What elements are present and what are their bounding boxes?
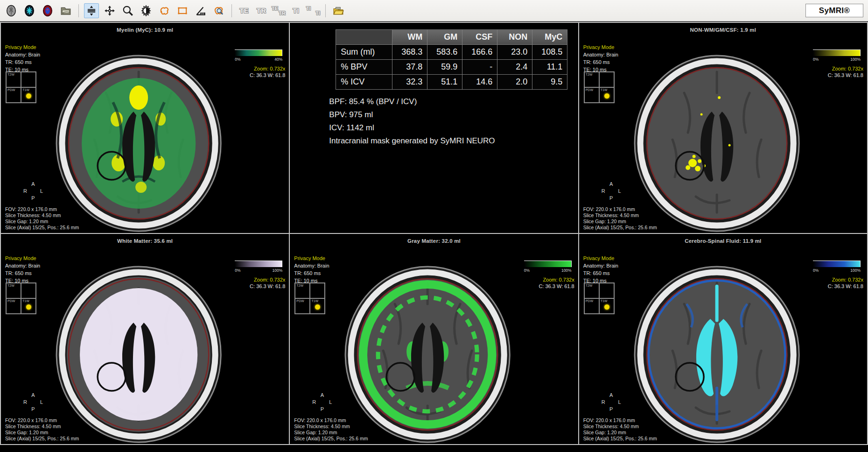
orientation-marker: A RL P: [20, 181, 47, 202]
nav-cell-empty[interactable]: [599, 72, 614, 87]
open-folder-icon[interactable]: [58, 3, 73, 18]
nav-cell-t2w[interactable]: T2W: [6, 72, 21, 87]
sequence-navigator[interactable]: T2W PDW T1W: [294, 282, 325, 314]
scroll-stack-icon[interactable]: [84, 3, 99, 18]
orient-right: R: [312, 399, 316, 406]
roi-magnifier-icon[interactable]: [211, 3, 226, 18]
rectangle-roi-icon[interactable]: [175, 3, 190, 18]
zoom-level-label: Zoom: 0.732x: [543, 277, 574, 282]
ti-button[interactable]: TI: [289, 4, 303, 18]
nav-cell-empty[interactable]: [599, 283, 614, 298]
nav-cell-t1w[interactable]: T1W: [21, 87, 36, 103]
freehand-roi-icon[interactable]: [157, 3, 172, 18]
panel-title: Gray Matter: 32.0 ml: [290, 238, 578, 244]
colorbar-min-label: 0%: [813, 268, 819, 273]
viewport-gray-matter[interactable]: Gray Matter: 32.0 ml 0% 100% Zoom: 0.732…: [290, 234, 578, 444]
colorbar-min-label: 0%: [235, 57, 240, 62]
contrast-window-label: C: 36.3 W: 61.8: [250, 72, 285, 78]
colorbar: 0% 100%: [524, 261, 572, 273]
tr-button[interactable]: TR: [254, 4, 268, 18]
gap-label: Slice Gap: 1.20 mm: [5, 219, 79, 225]
nav-cell-t1w[interactable]: T1W: [599, 298, 614, 314]
nav-cell-t1w[interactable]: T1W: [310, 298, 325, 314]
gap-label: Slice Gap: 1.20 mm: [294, 430, 368, 436]
te-button[interactable]: TE: [237, 4, 251, 18]
angle-measure-icon[interactable]: [193, 3, 208, 18]
colorbar-gradient: [235, 261, 282, 267]
brain-cyan-overlay-icon[interactable]: [22, 3, 37, 18]
orientation-marker: A RL P: [308, 392, 336, 413]
ti-ti-button[interactable]: TI TI: [306, 4, 320, 18]
nav-cell-t1w[interactable]: T1W: [599, 87, 614, 103]
nav-cell-t2w[interactable]: T2W: [6, 283, 21, 298]
table-row: % ICV32.351.114.62.09.5: [336, 75, 567, 90]
nav-cell-pdw[interactable]: PDW: [584, 87, 599, 103]
colorbar: 0% 100%: [813, 261, 861, 273]
privacy-mode-label: Privacy Mode: [583, 254, 618, 262]
colorbar-gradient: [235, 49, 282, 56]
zoom-level-label: Zoom: 0.732x: [254, 277, 285, 282]
nav-cell-empty[interactable]: [310, 283, 325, 298]
nav-cell-pdw[interactable]: PDW: [6, 87, 21, 103]
table-cell: 32.3: [392, 75, 427, 90]
sequence-navigator[interactable]: T2W PDW T1W: [584, 282, 615, 314]
nav-cell-pdw[interactable]: PDW: [295, 298, 310, 314]
brain-gray-map-icon[interactable]: [4, 3, 19, 18]
gap-label: Slice Gap: 1.20 mm: [583, 219, 657, 225]
colorbar-max-label: 100%: [850, 268, 861, 273]
window-level-icon[interactable]: [139, 3, 154, 18]
orient-posterior: P: [598, 406, 625, 413]
viewport-myelin[interactable]: Myelin (MyC): 10.9 ml 0% 40% Zoom: 0.732…: [1, 23, 289, 233]
slice-info: FOV: 220.0 x 176.0 mm Slice Thickness: 4…: [5, 206, 79, 231]
slice-info: FOV: 220.0 x 176.0 mm Slice Thickness: 4…: [583, 417, 657, 442]
table-cell: 37.8: [392, 60, 427, 75]
orient-right: R: [23, 399, 27, 406]
nav-cell-t2w[interactable]: T2W: [584, 72, 599, 87]
brain-red-segmentation-icon[interactable]: [40, 3, 55, 18]
nav-cell-empty[interactable]: [21, 283, 36, 298]
volume-table: WMGMCSFNONMyCSum (ml)368.3583.6166.623.0…: [336, 29, 567, 90]
sequence-navigator[interactable]: T2W PDW T1W: [6, 282, 36, 314]
anatomy-label: Anatomy: Brain: [294, 262, 329, 269]
tr-value-label: TR: 650 ms: [294, 269, 329, 277]
nav-cell-t2w[interactable]: T2W: [584, 283, 599, 298]
orient-anterior: A: [20, 181, 47, 188]
nav-cell-empty[interactable]: [21, 72, 36, 87]
contrast-window-label: C: 36.3 W: 61.8: [250, 283, 285, 289]
table-cell: 368.3: [392, 45, 427, 60]
te-tr-button[interactable]: TE TR: [272, 4, 286, 18]
export-folder-icon[interactable]: [331, 3, 346, 18]
sequence-navigator[interactable]: T2W PDW T1W: [6, 71, 36, 103]
viewport-csf[interactable]: Cerebro-Spinal Fluid: 11.9 ml 0% 100% Zo…: [579, 234, 867, 444]
colorbar-min-label: 0%: [524, 268, 530, 273]
colorbar-max-label: 100%: [273, 268, 283, 273]
nav-cell-pdw[interactable]: PDW: [584, 298, 599, 314]
te-label: TE: [272, 6, 278, 11]
slice-position-label: Slice (Axial) 15/25, Pos.: 25.6 mm: [5, 436, 79, 442]
tr-value-label: TR: 650 ms: [583, 269, 618, 277]
nav-cell-t2w[interactable]: T2W: [295, 283, 310, 298]
tr-value-label: TR: 650 ms: [5, 58, 40, 66]
orientation-marker: A RL P: [20, 392, 47, 413]
table-header: MyC: [532, 30, 567, 45]
table-cell: -: [462, 60, 497, 75]
pan-icon[interactable]: [102, 3, 117, 18]
nav-cell-t1w[interactable]: T1W: [21, 298, 36, 314]
colorbar-gradient: [813, 261, 861, 267]
colorbar-max-label: 40%: [274, 57, 282, 62]
orient-left: L: [618, 399, 621, 406]
orient-left: L: [618, 188, 621, 195]
table-cell: 11.1: [532, 60, 567, 75]
viewport-non[interactable]: NON-WM/GM/CSF: 1.9 ml 0% 100% Zoom: 0.73…: [579, 23, 867, 233]
sequence-navigator[interactable]: T2W PDW T1W: [584, 71, 615, 103]
nav-cell-pdw[interactable]: PDW: [6, 298, 21, 314]
fov-label: FOV: 220.0 x 176.0 mm: [583, 206, 657, 212]
orient-anterior: A: [20, 392, 47, 399]
colorbar-max-label: 100%: [850, 57, 861, 62]
toolbar-separator: [78, 4, 79, 17]
zoom-icon[interactable]: [120, 3, 135, 18]
table-cell: 9.5: [532, 75, 567, 90]
active-sequence-dot: [315, 304, 320, 310]
table-cell: 2.4: [497, 60, 532, 75]
viewport-white-matter[interactable]: White Matter: 35.6 ml 0% 100% Zoom: 0.73…: [1, 234, 289, 444]
